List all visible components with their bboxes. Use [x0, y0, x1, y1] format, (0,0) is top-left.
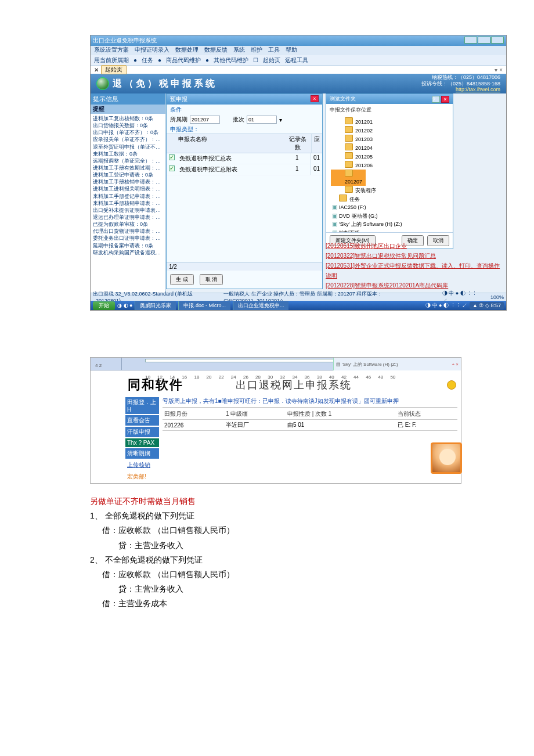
declare-table: 田报月份1 申级缅申报性质 | 次数 1当前状态 201226半近田厂由5 01…: [163, 409, 457, 466]
window-buttons[interactable]: [464, 37, 504, 45]
notice-link[interactable]: [20120228]智慧申报系统20120201A商品代码库: [326, 280, 503, 290]
close-icon[interactable]: ✕: [94, 67, 99, 73]
logo-icon: [96, 77, 109, 90]
dialog-title: 浏览文件夹: [330, 95, 356, 103]
sidebar-header: 提示信息: [91, 93, 165, 105]
app-banner: 退（免）税申报系统 纳税热线：（025）04817006 投诉专线：（025）8…: [91, 74, 506, 93]
tab-closeall[interactable]: ▾ ×: [495, 67, 503, 73]
folder: 201203: [331, 135, 449, 143]
app-logo: 退（免）税申报系统: [96, 77, 217, 90]
checkbox-icon[interactable]: [169, 154, 175, 160]
web-declare-screenshot: 4 2 10 12 14 16 18 20 22 24 26 28 30 32 …: [90, 357, 461, 484]
side-item[interactable]: 田报登．上H: [125, 397, 159, 414]
side-item[interactable]: 清晰朗娴: [125, 448, 159, 459]
tab-row: ✕ 起始页 ▾ ×: [91, 66, 506, 74]
notice-links: [20120615]致苏州地区出口企业 [20120322]智慧出口退税软件常见…: [326, 241, 503, 290]
tax-app-screenshot: 出口企业退免税申报系统 系统设置方案申报证明录入数据处理数据反馈系统维护工具帮助…: [90, 35, 507, 311]
help-icon[interactable]: ?: [432, 96, 440, 103]
close-icon[interactable]: ×: [441, 96, 449, 103]
notice-link[interactable]: [20120322]智慧出口退税软件常见问题汇总: [326, 251, 503, 261]
folder: 201205: [331, 152, 449, 161]
folder: 201204: [331, 143, 449, 152]
section-label: 申报类型：: [167, 125, 322, 134]
sidebar-list: 进料加工复出核销数：0条出口货物报关数据：0条出口申报（单证不齐）：0条应录报关…: [91, 114, 165, 293]
taskbar-item[interactable]: 奥威阳光乐家: [135, 301, 176, 310]
smiley-icon: [447, 380, 456, 390]
menubar[interactable]: 系统设置方案申报证明录入数据处理数据反馈系统维护工具帮助: [91, 46, 506, 55]
folder: 201201: [331, 117, 449, 126]
statusbar: 出口退税 32_V6.02.0602-Standard (单机版_2012080…: [91, 293, 506, 301]
sidebar: 提示信息 提醒 进料加工复出核销数：0条出口货物报关数据：0条出口申报（单证不齐…: [91, 93, 166, 293]
hotline-text: 纳税热线：（025）04817006: [421, 74, 500, 81]
side-item[interactable]: Thx ? PAX: [125, 438, 159, 447]
chevron-down-icon[interactable]: ▾: [279, 117, 282, 123]
notice-text: 亏版周上申报，共有1■唯申报可旺行：已申报．读寺待南谈J如发现申报有误」团可重新…: [163, 396, 457, 408]
drive: DVD 驱动器 (G:): [331, 213, 378, 219]
close-icon[interactable]: ×: [311, 95, 319, 102]
batch-label: 批次: [233, 116, 244, 124]
toolbar[interactable]: 用当前所属期●任务●商品代码维护●其他代码维护☐起始页远程工具: [91, 55, 506, 66]
label: 条件: [167, 105, 322, 114]
folder-tree[interactable]: 201201 201202 201203 201204 201205 20120…: [326, 116, 453, 232]
table-row[interactable]: 201226半近田厂由5 01已 E: F.: [163, 420, 457, 431]
drive: 'Sky' 上的 Software (H) (Z:): [331, 221, 402, 227]
avatar-image: [431, 442, 462, 474]
ruler: 4 2 10 12 14 16 18 20 22 24 26 28 30 32 …: [91, 358, 461, 370]
footer-text: 版．u二·: [163, 466, 457, 477]
browse-label: 申报文件保存位置: [326, 104, 453, 116]
folder: 任务: [331, 195, 449, 203]
side-item[interactable]: 直看会告: [125, 415, 159, 426]
warning-text: 另做单证不齐时需做当月销售: [90, 494, 476, 509]
drive: IAC250 (F:): [331, 204, 366, 210]
period-input[interactable]: [190, 116, 220, 124]
start-button[interactable]: 开始: [93, 301, 115, 310]
folder: 安装程序: [331, 186, 449, 195]
report-grid: 申报表名称记录条数应 免抵退税申报汇总表101 免抵退税申报汇总附表101 1/…: [167, 134, 322, 271]
control-panel: 控制面板: [331, 230, 360, 232]
dialog-title: 预申报: [170, 95, 187, 103]
sidebar-subheader: 提醒: [91, 105, 165, 114]
generate-button[interactable]: 生 成: [170, 274, 194, 285]
batch-input[interactable]: [247, 116, 277, 124]
browse-folder-dialog: 浏览文件夹?× 申报文件保存位置 201201 201202 201203 20…: [326, 93, 453, 249]
system-tray[interactable]: ◑ 中 ● ◐ ⋮⋮ ↙▲ ② ◇ 8:57: [425, 302, 504, 309]
notice-link[interactable]: [20120615]致苏州地区出口企业: [326, 241, 503, 251]
checkbox-icon[interactable]: [169, 165, 175, 171]
window-titlebar: 出口企业退免税申报系统: [91, 35, 506, 46]
folder-selected: 201207: [331, 170, 366, 186]
window-title: 出口企业退免税申报系统: [93, 37, 157, 45]
taskbar-item[interactable]: 申报.doc - Micro...: [178, 301, 230, 310]
grid-status: 1/2: [167, 262, 322, 271]
side-text: 宏类邮!: [125, 471, 159, 482]
folder: 201206: [331, 161, 449, 170]
complaint-line-text: 投诉专线：（025）84815858-168: [421, 81, 500, 87]
period-label: 所属期: [170, 116, 187, 124]
notice-link[interactable]: [20120531]外贸企业正式申报反馈数据下载、读入、打印、查询操作说明: [326, 261, 503, 280]
instruction-text: 另做单证不齐时需做当月销售 1、 全部免退税的做下列凭证 借：应收帐款 （出口销…: [90, 494, 476, 611]
tab-home[interactable]: 起始页: [101, 65, 127, 74]
side-item[interactable]: 汗版申报: [125, 427, 159, 437]
ruler-overlay: ▤ 'Sky' 上的 Software (H) (Z:)+ ×: [333, 358, 461, 370]
pre-declare-dialog: 预申报× 条件 所属期 批次 ▾ 申报类型： 申报表名称记录条数应 免抵退税申报…: [166, 93, 323, 289]
banner-link[interactable]: http://tax.ihwei.com: [456, 87, 500, 92]
taskbar[interactable]: 开始 ◑ ◐ ● 奥威阳光乐家 申报.doc - Micro... 出口企业退免…: [91, 301, 506, 310]
side-nav[interactable]: 田报登．上H 直看会告 汗版申报 Thx ? PAX 清晰朗娴 上传核销 宏类邮…: [125, 396, 159, 483]
side-link[interactable]: 上传核销: [125, 460, 159, 470]
taskbar-item[interactable]: 出口企业退免税申...: [233, 301, 289, 310]
cancel-button[interactable]: 取 消: [200, 274, 223, 285]
folder: 201202: [331, 126, 449, 135]
